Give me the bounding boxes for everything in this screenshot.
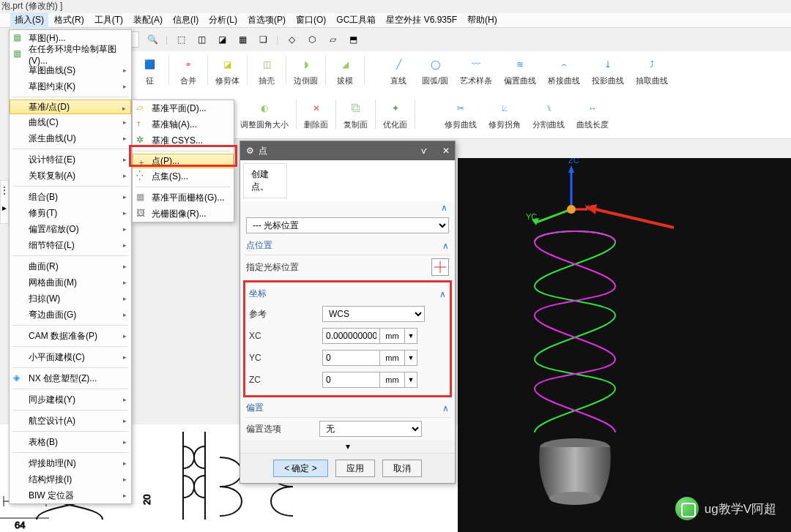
menu-item[interactable]: 小平面建模(C)▸: [10, 349, 131, 365]
menu-item[interactable]: 基准/点(D)▸: [10, 100, 131, 114]
menu-item[interactable]: 偏置/缩放(O)▸: [10, 221, 131, 237]
submenu-item[interactable]: ▦基准平面栅格(G)...: [133, 190, 234, 206]
menu-item[interactable]: 修剪(T)▸: [10, 205, 131, 221]
menu-insert[interactable]: 插入(S): [10, 12, 48, 28]
menu-item[interactable]: ▦在任务环境中绘制草图(V)...: [10, 46, 131, 62]
rb-line[interactable]: ╱直线: [381, 53, 416, 88]
rb-trimcorner[interactable]: ⟀修剪拐角: [483, 97, 527, 132]
zc-input[interactable]: [322, 372, 379, 388]
menu-info[interactable]: 信息(I): [168, 12, 203, 28]
menu-item[interactable]: BIW 定位器▸: [10, 487, 131, 503]
tool-icon-2[interactable]: ⬡: [305, 32, 319, 47]
collapse-toggle[interactable]: ▾: [240, 440, 455, 453]
menu-preferences[interactable]: 首选项(P): [243, 12, 290, 28]
rb-copyface[interactable]: ⿻复制面: [338, 97, 374, 132]
submenu-item[interactable]: ▱基准平面(D)...: [133, 100, 234, 116]
type-select[interactable]: --- 光标位置: [246, 217, 449, 233]
menu-item[interactable]: 网格曲面(M)▸: [10, 274, 131, 291]
offset-select[interactable]: 无: [319, 421, 422, 437]
section-coords[interactable]: 坐标∧: [248, 285, 448, 303]
menu-item[interactable]: 组合(B)▸: [10, 189, 131, 205]
menu-assembly[interactable]: 装配(A): [129, 12, 167, 28]
cube-icon[interactable]: ❏: [256, 32, 270, 47]
menu-item[interactable]: 关联复制(A)▸: [10, 168, 131, 184]
menu-item[interactable]: 航空设计(A)▸: [10, 413, 131, 429]
strip-icon-2[interactable]: ▸: [2, 203, 7, 213]
menu-item[interactable]: 派生曲线(U)▸: [10, 130, 131, 146]
cancel-button[interactable]: 取消: [382, 460, 422, 477]
tool-icon-4[interactable]: ⬒: [346, 32, 360, 47]
tool-icon-3[interactable]: ▱: [325, 32, 340, 47]
submenu-item[interactable]: ↑基准轴(A)...: [133, 116, 234, 132]
rb-spline[interactable]: 〰艺术样条: [454, 53, 498, 88]
tool-icon-1[interactable]: ◇: [284, 32, 299, 47]
menu-item[interactable]: CAM 数据准备(P)▸: [10, 328, 131, 344]
ref-select[interactable]: WCS: [322, 306, 425, 322]
rb-feature[interactable]: 🟦征: [132, 53, 167, 88]
menu-plugin[interactable]: 星空外挂 V6.935F: [382, 12, 461, 28]
box-icon[interactable]: ◫: [194, 32, 209, 47]
menu-item[interactable]: 弯边曲面(G)▸: [10, 307, 131, 323]
menu-item[interactable]: 表格(B)▸: [10, 434, 131, 450]
menu-gctool[interactable]: GC工具箱: [332, 12, 380, 28]
rb-extract[interactable]: ⤴抽取曲线: [630, 53, 674, 88]
search-icon[interactable]: 🔍: [145, 32, 160, 47]
ok-button[interactable]: < 确定 >: [273, 460, 328, 477]
submenu-item[interactable]: ✲基准 CSYS...: [133, 132, 234, 149]
rb-arc[interactable]: ◯圆弧/圆: [416, 53, 454, 88]
menu-bar: 插入(S) 格式(R) 工具(T) 装配(A) 信息(I) 分析(L) 首选项(…: [0, 13, 791, 28]
menu-item[interactable]: 结构焊接(I)▸: [10, 471, 131, 487]
menu-item[interactable]: 曲线(C)▸: [10, 114, 131, 130]
wire-icon[interactable]: ▦: [235, 32, 250, 47]
yc-dropdown[interactable]: ▼: [404, 350, 417, 366]
rb-trimbody[interactable]: ◪修剪体: [209, 53, 245, 88]
rb-delface[interactable]: ✕删除面: [298, 97, 334, 132]
strip-icon-1[interactable]: ⋮: [0, 185, 9, 195]
yc-input[interactable]: [322, 350, 379, 366]
rb-splitcurve[interactable]: ⑊分割曲线: [527, 97, 571, 132]
fit-icon[interactable]: ⬚: [174, 32, 188, 47]
rb-edgeblend[interactable]: ◗边倒圆: [288, 53, 324, 88]
specify-point-button[interactable]: [431, 258, 449, 276]
menu-item[interactable]: 曲面(R)▸: [10, 258, 131, 274]
rb-bridge[interactable]: ⌢桥接曲线: [542, 53, 586, 88]
menu-tools[interactable]: 工具(T): [90, 12, 127, 28]
collapse-icon[interactable]: ∧: [441, 203, 448, 213]
menu-item[interactable]: 草图约束(K)▸: [10, 78, 131, 94]
menu-item[interactable]: 焊接助理(N)▸: [10, 455, 131, 471]
dialog-reset-icon[interactable]: ѵ: [415, 143, 433, 158]
dialog-titlebar[interactable]: ⚙ 点 ѵ ✕: [240, 141, 455, 160]
dialog-close-icon[interactable]: ✕: [437, 143, 455, 158]
rb-trimcurve[interactable]: ✂修剪曲线: [439, 97, 483, 132]
rb-resize[interactable]: ◐调整圆角大小: [234, 97, 294, 132]
menu-window[interactable]: 窗口(O): [291, 12, 330, 28]
rb-curvelen[interactable]: ↔曲线长度: [571, 97, 614, 132]
menu-item[interactable]: 细节特征(L)▸: [10, 237, 131, 253]
menu-analysis[interactable]: 分析(L): [204, 12, 242, 28]
apply-button[interactable]: 应用: [335, 460, 375, 477]
rb-optface[interactable]: ✦优化面: [377, 97, 413, 132]
3d-viewport[interactable]: ZC YC XC: [458, 158, 791, 532]
zc-dropdown[interactable]: ▼: [404, 372, 417, 388]
menu-item[interactable]: 扫掠(W)▸: [10, 291, 131, 307]
rb-offset[interactable]: ≋偏置曲线: [498, 53, 542, 88]
submenu-item[interactable]: ＋点(P)...: [133, 154, 234, 168]
menu-item[interactable]: 同步建模(Y)▸: [10, 391, 131, 408]
submenu-item[interactable]: ⁛点集(S)...: [133, 168, 234, 184]
rb-project[interactable]: ⤓投影曲线: [586, 53, 630, 88]
rb-draft[interactable]: ◢拔模: [327, 53, 363, 88]
menu-item[interactable]: ◈NX 创意塑型(Z)...: [10, 370, 131, 386]
submenu-item[interactable]: 🖼光栅图像(R)...: [133, 206, 234, 222]
rb-shell[interactable]: ◫抽壳: [249, 53, 284, 88]
shade-icon[interactable]: ◪: [215, 32, 229, 47]
rb-unite[interactable]: ⚭合并: [171, 53, 206, 88]
xc-dropdown[interactable]: ▼: [404, 328, 417, 344]
menu-help[interactable]: 帮助(H): [463, 12, 502, 28]
section-offset[interactable]: 偏置∧: [245, 399, 450, 418]
xc-input[interactable]: [322, 328, 379, 344]
menu-format[interactable]: 格式(R): [50, 12, 89, 28]
menu-item[interactable]: 草图曲线(S)▸: [10, 62, 131, 78]
menu-item[interactable]: 设计特征(E)▸: [10, 151, 131, 168]
left-tab-strip[interactable]: ⋮ ▸: [0, 180, 9, 224]
section-point-location[interactable]: 点位置∧: [245, 236, 450, 255]
